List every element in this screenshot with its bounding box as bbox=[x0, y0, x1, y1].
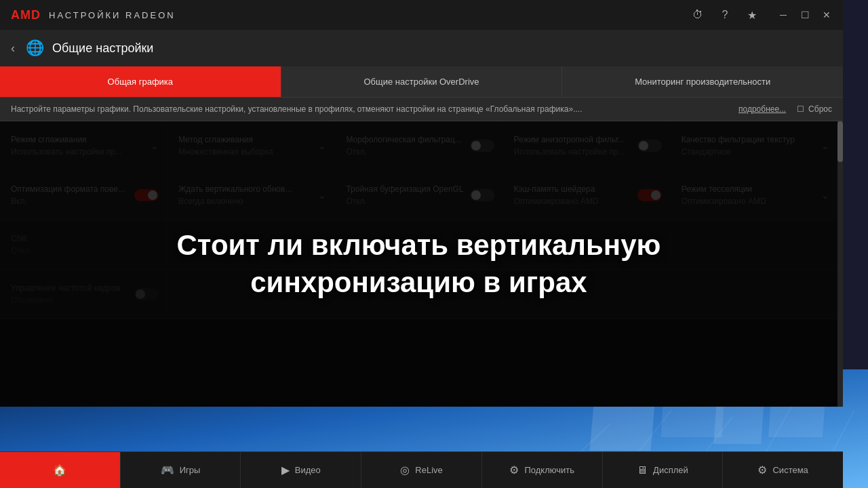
amd-logo: AMD bbox=[11, 8, 41, 22]
overlay-panel: Стоит ли включать вертикальнуюсинхрониза… bbox=[0, 121, 837, 407]
close-button[interactable]: ✕ bbox=[821, 9, 832, 20]
info-text: Настройте параметры графики. Пользовател… bbox=[11, 104, 738, 114]
settings-area: Режим сглаживания Использовать настройки… bbox=[0, 121, 843, 407]
help-icon[interactable]: ? bbox=[718, 9, 732, 21]
title-controls: ⏱ ? ★ ─ ☐ ✕ bbox=[691, 9, 832, 22]
relive-icon: ◎ bbox=[400, 464, 410, 476]
minimize-button[interactable]: ─ bbox=[778, 9, 789, 20]
info-bar: Настройте параметры графики. Пользовател… bbox=[0, 98, 843, 121]
nav-item-home[interactable]: 🏠 bbox=[0, 452, 121, 488]
reset-label: Сброс bbox=[808, 104, 832, 114]
bottom-navigation: 🏠 🎮 Игры ▶ Видео ◎ ReLive ⚙ Подключить 🖥… bbox=[0, 451, 843, 488]
nav-label-video: Видео bbox=[295, 465, 321, 475]
scrollbar-thumb[interactable] bbox=[837, 121, 843, 162]
nav-label-relive: ReLive bbox=[415, 465, 442, 475]
back-button[interactable]: ‹ bbox=[11, 41, 15, 56]
app-title: НАСТРОЙКИ RADEON bbox=[49, 10, 176, 20]
brand-area: AMD НАСТРОЙКИ RADEON bbox=[11, 8, 176, 22]
games-icon: 🎮 bbox=[161, 464, 174, 476]
nav-item-system[interactable]: ⚙ Система bbox=[723, 452, 843, 488]
nav-item-games[interactable]: 🎮 Игры bbox=[121, 452, 241, 488]
nav-item-video[interactable]: ▶ Видео bbox=[241, 452, 361, 488]
more-link[interactable]: подробнее... bbox=[738, 104, 786, 114]
globe-icon: 🌐 bbox=[26, 39, 44, 57]
maximize-button[interactable]: ☐ bbox=[800, 9, 810, 20]
home-icon: 🏠 bbox=[53, 464, 66, 476]
clock-icon[interactable]: ⏱ bbox=[691, 9, 705, 21]
connect-icon: ⚙ bbox=[509, 464, 519, 476]
tab-graphics[interactable]: Общая графика bbox=[0, 66, 281, 98]
tab-overdrive[interactable]: Общие настройки OverDrive bbox=[281, 66, 563, 98]
display-icon: 🖥 bbox=[637, 464, 648, 476]
nav-label-display: Дисплей bbox=[653, 465, 688, 475]
overlay-heading: Стоит ли включать вертикальнуюсинхрониза… bbox=[177, 227, 661, 301]
tab-bar: Общая графика Общие настройки OverDrive … bbox=[0, 66, 843, 98]
system-icon: ⚙ bbox=[757, 464, 767, 476]
nav-item-display[interactable]: 🖥 Дисплей bbox=[603, 452, 724, 488]
video-icon: ▶ bbox=[281, 464, 290, 476]
nav-item-connect[interactable]: ⚙ Подключить bbox=[482, 452, 603, 488]
sub-header: ‹ 🌐 Общие настройки bbox=[0, 30, 843, 66]
title-bar: AMD НАСТРОЙКИ RADEON ⏱ ? ★ ─ ☐ ✕ bbox=[0, 0, 843, 30]
nav-item-relive[interactable]: ◎ ReLive bbox=[361, 452, 482, 488]
section-title: Общие настройки bbox=[52, 41, 153, 56]
reset-icon: ☐ bbox=[797, 104, 804, 114]
nav-label-games: Игры bbox=[180, 465, 201, 475]
tab-monitoring[interactable]: Мониторинг производительности bbox=[562, 66, 843, 98]
star-icon[interactable]: ★ bbox=[745, 9, 759, 22]
info-actions: подробнее... ☐ Сброс bbox=[738, 104, 832, 114]
window-buttons: ─ ☐ ✕ bbox=[778, 9, 832, 20]
nav-label-connect: Подключить bbox=[524, 465, 574, 475]
nav-label-system: Система bbox=[772, 465, 808, 475]
reset-button[interactable]: ☐ Сброс bbox=[797, 104, 832, 114]
content-area: ‹ 🌐 Общие настройки Общая графика Общие … bbox=[0, 30, 843, 407]
scrollbar-track[interactable] bbox=[837, 121, 843, 407]
app-window: AMD НАСТРОЙКИ RADEON ⏱ ? ★ ─ ☐ ✕ ‹ 🌐 Общ… bbox=[0, 0, 843, 407]
